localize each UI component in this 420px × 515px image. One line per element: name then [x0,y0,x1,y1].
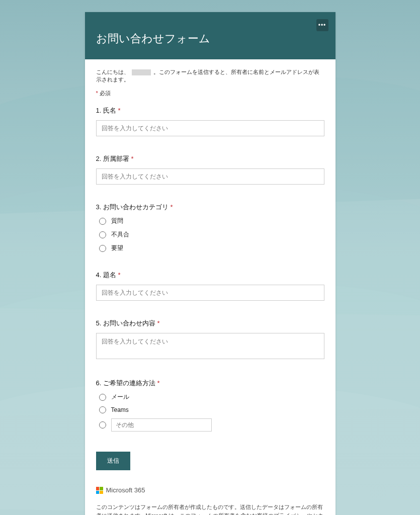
question-label: 2. 所属部署 * [96,154,324,163]
radio-option-teams[interactable]: Teams [99,406,324,413]
disclaimer-text: このコンテンツはフォームの所有者が作成したものです。送信したデータはフォームの所… [96,503,324,515]
question-name: 1. 氏名 * [96,106,324,136]
radio-label: メール [111,393,129,401]
radio-icon [99,406,106,413]
question-department: 2. 所属部署 * [96,154,324,185]
more-options-button[interactable]: ••• [316,19,328,31]
form-header: ••• お問い合わせフォーム [85,12,335,59]
question-label: 3. お問い合わせカテゴリ * [96,203,324,212]
radio-label: 要望 [111,244,123,252]
radio-icon [99,245,106,252]
radio-icon [99,218,106,225]
question-label: 6. ご希望の連絡方法 * [96,379,324,388]
microsoft-logo-icon [96,487,103,494]
department-input[interactable] [96,168,324,185]
required-label: 必須 [100,90,111,96]
question-label: 1. 氏名 * [96,106,324,115]
question-content: 5. お問い合わせ内容 * [96,319,324,361]
required-note: * 必須 [96,90,324,97]
other-text-input[interactable] [111,418,212,432]
radio-option-other[interactable] [99,418,324,432]
radio-icon [99,421,106,428]
radio-label: Teams [111,406,129,413]
submit-button[interactable]: 送信 [96,452,130,470]
question-subject: 4. 題名 * [96,271,324,301]
radio-option-mail[interactable]: メール [99,393,324,401]
radio-icon [99,394,106,401]
asterisk-icon: * [157,319,160,327]
asterisk-icon: * [118,271,121,279]
form-title: お問い合わせフォーム [96,31,324,46]
radio-label: 質問 [111,217,123,225]
intro-greeting-suffix: 。このフォームを送信すると、所有者に名前とメールアドレスが表示されます。 [96,69,319,82]
asterisk-icon: * [171,203,173,211]
radio-option-question[interactable]: 質問 [99,217,324,225]
redacted-name [132,69,151,75]
question-label: 4. 題名 * [96,271,324,280]
radio-icon [99,231,106,238]
question-category: 3. お問い合わせカテゴリ * 質問 不具合 要望 [96,203,324,252]
microsoft-365-brand: Microsoft 365 [96,485,324,496]
ellipsis-icon: ••• [318,22,326,28]
question-label: 5. お問い合わせ内容 * [96,319,324,328]
question-contact-method: 6. ご希望の連絡方法 * メール Teams [96,379,324,432]
asterisk-icon: * [157,379,160,387]
name-input[interactable] [96,120,324,136]
asterisk-icon: * [96,90,98,96]
brand-text: Microsoft 365 [106,485,145,496]
asterisk-icon: * [118,107,121,114]
intro-text: こんにちは、 。このフォームを送信すると、所有者に名前とメールアドレスが表示され… [96,68,324,83]
form-card: ••• お問い合わせフォーム こんにちは、 。このフォームを送信すると、所有者に… [85,12,335,515]
form-body: こんにちは、 。このフォームを送信すると、所有者に名前とメールアドレスが表示され… [85,59,335,515]
intro-greeting-prefix: こんにちは、 [96,69,129,75]
radio-option-request[interactable]: 要望 [99,244,324,252]
radio-option-bug[interactable]: 不具合 [99,230,324,239]
radio-label: 不具合 [111,230,129,239]
subject-input[interactable] [96,285,324,301]
asterisk-icon: * [131,155,134,162]
content-textarea[interactable] [96,333,324,359]
footer: Microsoft 365 このコンテンツはフォームの所有者が作成したものです。… [96,485,324,515]
